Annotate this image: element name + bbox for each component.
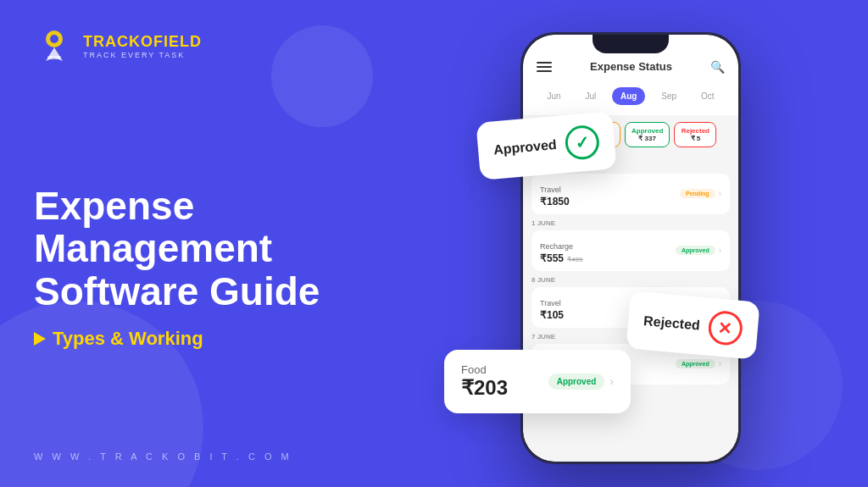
main-text: Expense Management Software Guide Types … [34,66,390,451]
left-section: TRACKOFIELD TRACK EVERY TASK Expense Man… [34,0,390,487]
check-circle-icon: ✓ [564,124,600,160]
logo-tagline: TRACK EVERY TASK [83,51,202,59]
date-1june: 1 JUNE [531,219,730,227]
food-name: Food [461,363,508,376]
food-card-left: Food ₹203 [461,363,508,400]
month-sep[interactable]: Sep [653,87,685,105]
right-section: Approved ✓ Expense Status 🔍 Jun Ju [393,0,868,487]
food-chevron-icon: › [609,374,614,388]
hamburger-icon[interactable] [537,62,552,72]
status-approved-badge2: Approved [676,359,715,368]
floating-approved-card: Approved ✓ [476,111,616,180]
rejected-card-label: Rejected [643,313,701,333]
approved-card-label: Approved [492,136,557,157]
status-pending-badge: Pending [680,189,715,198]
expense-item-travel[interactable]: Travel ₹1850 Pending › [531,174,730,214]
rejected-label: Rejected [643,313,701,332]
main-heading: Expense Management Software Guide [34,185,390,313]
logo-text: TRACKOFIELD TRACK EVERY TASK [83,33,202,59]
svg-rect-2 [47,56,61,59]
app-title: Expense Status [590,60,672,73]
subtitle-text: Types & Working [53,328,203,350]
month-jun[interactable]: Jun [538,87,569,105]
subtitle: Types & Working [34,328,390,350]
approved-label: Approved [492,136,557,156]
search-icon[interactable]: 🔍 [710,60,725,74]
food-amount: ₹203 [461,376,508,400]
svg-point-1 [50,35,58,43]
food-status-badge: Approved [548,374,605,390]
month-jul[interactable]: Jul [576,87,604,105]
filter-approved[interactable]: Approved ₹ 337 [625,122,670,147]
expense-item-recharge[interactable]: Recharge ₹555 ₹499 Approved › [531,230,730,271]
status-approved-badge: Approved [676,246,715,255]
month-tabs: Jun Jul Aug Sep Oct [523,82,738,115]
heading-line2: Software Guide [34,269,320,313]
logo-name: TRACKOFIELD [83,33,202,51]
filter-rejected[interactable]: Rejected ₹ 5 [674,122,716,147]
floating-rejected-card: Rejected ✕ [626,291,760,359]
month-oct[interactable]: Oct [693,87,723,105]
logo-part1: TRACKO [83,33,153,50]
x-circle-icon: ✕ [707,309,743,346]
logo-icon [34,25,75,66]
floating-food-card: Food ₹203 Approved › [444,350,631,413]
month-aug[interactable]: Aug [612,87,645,105]
logo-part2: FIELD [153,33,202,50]
heading-line1: Expense Management [34,184,272,271]
phone-wrapper: Approved ✓ Expense Status 🔍 Jun Ju [512,32,749,473]
food-card-right: Approved › [548,374,614,390]
date-8june: 8 JUNE [531,276,730,284]
logo-area: TRACKOFIELD TRACK EVERY TASK [34,25,390,66]
play-icon [34,332,46,346]
phone-notch [593,35,669,53]
website-text: W W W . T R A C K O B I T . C O M [34,451,390,462]
